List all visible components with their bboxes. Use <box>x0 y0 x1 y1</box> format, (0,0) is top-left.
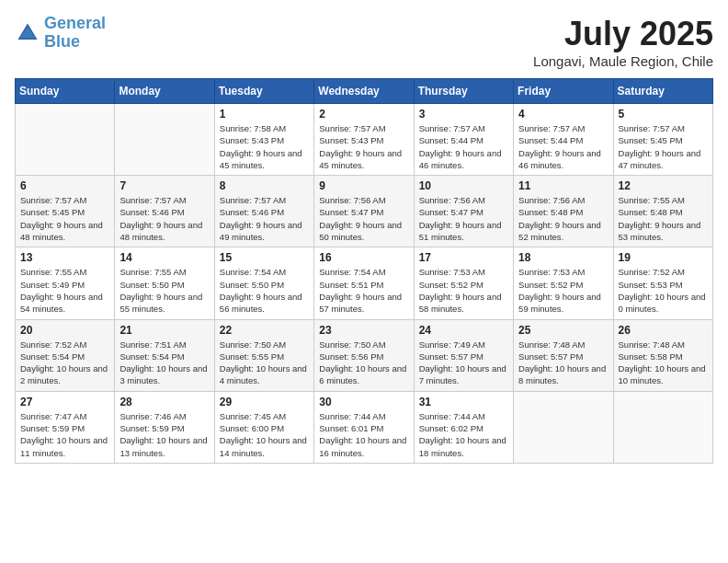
day-number: 10 <box>419 179 508 192</box>
day-info: Sunrise: 7:48 AM Sunset: 5:58 PM Dayligh… <box>619 339 708 387</box>
calendar-day-header: Thursday <box>414 79 513 104</box>
day-info: Sunrise: 7:53 AM Sunset: 5:52 PM Dayligh… <box>518 266 608 315</box>
day-number: 25 <box>518 324 608 337</box>
day-number: 14 <box>119 251 209 264</box>
calendar-day-header: Monday <box>115 79 214 104</box>
calendar-day-header: Saturday <box>613 79 712 104</box>
calendar-cell: 8Sunrise: 7:57 AM Sunset: 5:46 PM Daylig… <box>214 176 313 247</box>
day-number: 6 <box>20 179 109 192</box>
day-number: 24 <box>419 324 508 337</box>
day-number: 4 <box>518 108 608 121</box>
calendar-cell: 13Sunrise: 7:55 AM Sunset: 5:49 PM Dayli… <box>16 247 115 319</box>
calendar-week-row: 20Sunrise: 7:52 AM Sunset: 5:54 PM Dayli… <box>16 319 713 391</box>
calendar-cell: 5Sunrise: 7:57 AM Sunset: 5:45 PM Daylig… <box>613 104 712 176</box>
day-info: Sunrise: 7:56 AM Sunset: 5:47 PM Dayligh… <box>419 194 508 243</box>
day-info: Sunrise: 7:57 AM Sunset: 5:46 PM Dayligh… <box>220 194 309 243</box>
day-number: 26 <box>619 324 708 337</box>
day-info: Sunrise: 7:55 AM Sunset: 5:50 PM Dayligh… <box>119 266 209 315</box>
calendar-cell: 16Sunrise: 7:54 AM Sunset: 5:51 PM Dayli… <box>314 247 414 319</box>
day-info: Sunrise: 7:48 AM Sunset: 5:57 PM Dayligh… <box>518 339 608 387</box>
day-number: 20 <box>20 324 109 337</box>
calendar-cell: 6Sunrise: 7:57 AM Sunset: 5:45 PM Daylig… <box>16 176 115 247</box>
calendar-cell: 11Sunrise: 7:56 AM Sunset: 5:48 PM Dayli… <box>514 176 613 247</box>
day-number: 30 <box>319 396 408 408</box>
day-number: 1 <box>220 108 309 121</box>
calendar-cell <box>16 104 115 176</box>
day-info: Sunrise: 7:52 AM Sunset: 5:53 PM Dayligh… <box>619 266 708 315</box>
calendar-cell: 10Sunrise: 7:56 AM Sunset: 5:47 PM Dayli… <box>414 176 513 247</box>
calendar-cell: 24Sunrise: 7:49 AM Sunset: 5:57 PM Dayli… <box>414 319 513 391</box>
day-number: 2 <box>319 108 408 121</box>
calendar-cell: 2Sunrise: 7:57 AM Sunset: 5:43 PM Daylig… <box>314 104 414 176</box>
day-number: 18 <box>518 251 608 264</box>
calendar-header-row: SundayMondayTuesdayWednesdayThursdayFrid… <box>16 79 713 104</box>
day-number: 7 <box>119 179 209 192</box>
day-number: 11 <box>518 179 608 192</box>
day-info: Sunrise: 7:51 AM Sunset: 5:54 PM Dayligh… <box>119 339 209 387</box>
day-info: Sunrise: 7:50 AM Sunset: 5:56 PM Dayligh… <box>319 339 408 387</box>
day-number: 16 <box>319 251 408 264</box>
day-number: 19 <box>619 251 708 264</box>
calendar-cell: 27Sunrise: 7:47 AM Sunset: 5:59 PM Dayli… <box>16 391 115 463</box>
calendar-week-row: 6Sunrise: 7:57 AM Sunset: 5:45 PM Daylig… <box>16 176 713 247</box>
calendar-cell: 28Sunrise: 7:46 AM Sunset: 5:59 PM Dayli… <box>115 391 214 463</box>
day-number: 13 <box>20 251 109 264</box>
calendar-week-row: 13Sunrise: 7:55 AM Sunset: 5:49 PM Dayli… <box>16 247 713 319</box>
day-info: Sunrise: 7:54 AM Sunset: 5:50 PM Dayligh… <box>220 266 309 315</box>
day-number: 8 <box>220 179 309 192</box>
day-number: 15 <box>220 251 309 264</box>
calendar-day-header: Wednesday <box>314 79 414 104</box>
calendar-cell: 1Sunrise: 7:58 AM Sunset: 5:43 PM Daylig… <box>214 104 313 176</box>
day-info: Sunrise: 7:57 AM Sunset: 5:45 PM Dayligh… <box>20 194 109 243</box>
calendar-cell: 4Sunrise: 7:57 AM Sunset: 5:44 PM Daylig… <box>514 104 613 176</box>
calendar-cell: 18Sunrise: 7:53 AM Sunset: 5:52 PM Dayli… <box>514 247 613 319</box>
day-info: Sunrise: 7:57 AM Sunset: 5:45 PM Dayligh… <box>619 122 708 171</box>
day-info: Sunrise: 7:57 AM Sunset: 5:44 PM Dayligh… <box>518 122 608 171</box>
calendar-cell <box>115 104 214 176</box>
day-info: Sunrise: 7:47 AM Sunset: 5:59 PM Dayligh… <box>20 410 109 459</box>
calendar-cell: 22Sunrise: 7:50 AM Sunset: 5:55 PM Dayli… <box>214 319 313 391</box>
day-number: 5 <box>619 108 708 121</box>
day-number: 3 <box>419 108 508 121</box>
logo: General Blue <box>15 15 106 52</box>
calendar-cell: 3Sunrise: 7:57 AM Sunset: 5:44 PM Daylig… <box>414 104 513 176</box>
day-info: Sunrise: 7:46 AM Sunset: 5:59 PM Dayligh… <box>119 410 209 459</box>
day-number: 23 <box>319 324 408 337</box>
month-title: July 2025 <box>533 15 713 53</box>
day-info: Sunrise: 7:54 AM Sunset: 5:51 PM Dayligh… <box>319 266 408 315</box>
day-info: Sunrise: 7:49 AM Sunset: 5:57 PM Dayligh… <box>419 339 508 387</box>
page-header: General Blue July 2025 Longavi, Maule Re… <box>15 15 713 69</box>
day-info: Sunrise: 7:57 AM Sunset: 5:43 PM Dayligh… <box>319 122 408 171</box>
calendar-day-header: Friday <box>514 79 613 104</box>
calendar-cell <box>613 391 712 463</box>
day-info: Sunrise: 7:50 AM Sunset: 5:55 PM Dayligh… <box>220 339 309 387</box>
calendar-table: SundayMondayTuesdayWednesdayThursdayFrid… <box>15 78 713 464</box>
calendar-cell: 7Sunrise: 7:57 AM Sunset: 5:46 PM Daylig… <box>115 176 214 247</box>
day-info: Sunrise: 7:58 AM Sunset: 5:43 PM Dayligh… <box>220 122 309 171</box>
day-number: 28 <box>119 396 209 408</box>
day-number: 17 <box>419 251 508 264</box>
day-number: 29 <box>220 396 309 408</box>
day-info: Sunrise: 7:45 AM Sunset: 6:00 PM Dayligh… <box>220 410 309 459</box>
calendar-cell: 26Sunrise: 7:48 AM Sunset: 5:58 PM Dayli… <box>613 319 712 391</box>
calendar-cell: 19Sunrise: 7:52 AM Sunset: 5:53 PM Dayli… <box>613 247 712 319</box>
calendar-cell: 30Sunrise: 7:44 AM Sunset: 6:01 PM Dayli… <box>314 391 414 463</box>
calendar-cell: 23Sunrise: 7:50 AM Sunset: 5:56 PM Dayli… <box>314 319 414 391</box>
logo-icon <box>15 20 40 46</box>
day-info: Sunrise: 7:44 AM Sunset: 6:01 PM Dayligh… <box>319 410 408 459</box>
calendar-day-header: Sunday <box>16 79 115 104</box>
day-info: Sunrise: 7:56 AM Sunset: 5:48 PM Dayligh… <box>518 194 608 243</box>
calendar-cell: 25Sunrise: 7:48 AM Sunset: 5:57 PM Dayli… <box>514 319 613 391</box>
location-subtitle: Longavi, Maule Region, Chile <box>533 53 713 69</box>
calendar-day-header: Tuesday <box>214 79 313 104</box>
day-number: 12 <box>619 179 708 192</box>
day-number: 9 <box>319 179 408 192</box>
calendar-cell: 31Sunrise: 7:44 AM Sunset: 6:02 PM Dayli… <box>414 391 513 463</box>
calendar-cell: 9Sunrise: 7:56 AM Sunset: 5:47 PM Daylig… <box>314 176 414 247</box>
calendar-body: 1Sunrise: 7:58 AM Sunset: 5:43 PM Daylig… <box>16 104 713 464</box>
logo-text: General Blue <box>44 15 106 52</box>
day-info: Sunrise: 7:52 AM Sunset: 5:54 PM Dayligh… <box>20 339 109 387</box>
day-info: Sunrise: 7:57 AM Sunset: 5:44 PM Dayligh… <box>419 122 508 171</box>
day-info: Sunrise: 7:57 AM Sunset: 5:46 PM Dayligh… <box>119 194 209 243</box>
calendar-cell: 14Sunrise: 7:55 AM Sunset: 5:50 PM Dayli… <box>115 247 214 319</box>
